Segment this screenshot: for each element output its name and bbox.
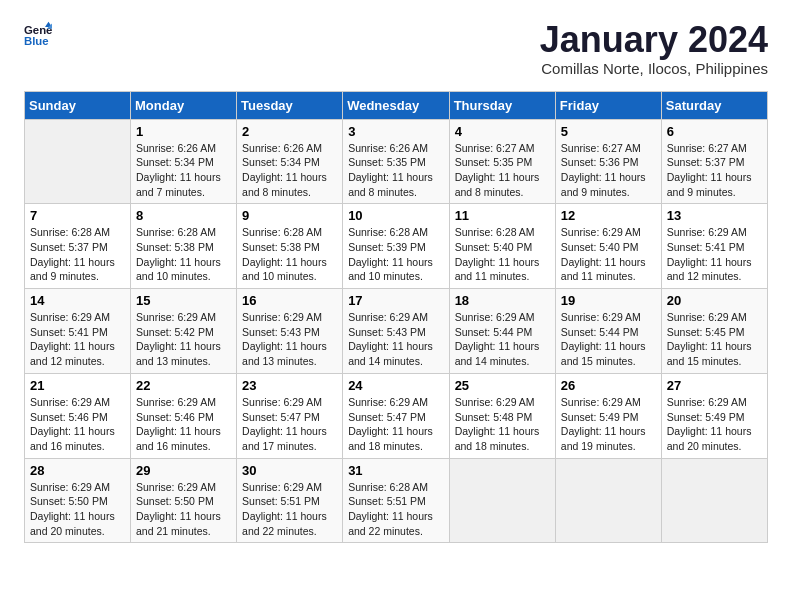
calendar-cell: 25 Sunrise: 6:29 AM Sunset: 5:48 PM Dayl… [449,373,555,458]
day-number: 22 [136,378,231,393]
calendar-cell: 18 Sunrise: 6:29 AM Sunset: 5:44 PM Dayl… [449,289,555,374]
calendar-cell [661,458,767,543]
cell-info: Sunrise: 6:29 AM Sunset: 5:49 PM Dayligh… [561,395,656,454]
calendar-cell: 12 Sunrise: 6:29 AM Sunset: 5:40 PM Dayl… [555,204,661,289]
cell-info: Sunrise: 6:29 AM Sunset: 5:48 PM Dayligh… [455,395,550,454]
calendar-cell: 4 Sunrise: 6:27 AM Sunset: 5:35 PM Dayli… [449,119,555,204]
day-number: 16 [242,293,337,308]
day-number: 17 [348,293,443,308]
day-number: 9 [242,208,337,223]
day-number: 12 [561,208,656,223]
day-number: 7 [30,208,125,223]
cell-info: Sunrise: 6:29 AM Sunset: 5:46 PM Dayligh… [30,395,125,454]
week-row-2: 7 Sunrise: 6:28 AM Sunset: 5:37 PM Dayli… [25,204,768,289]
cell-info: Sunrise: 6:28 AM Sunset: 5:37 PM Dayligh… [30,225,125,284]
day-number: 8 [136,208,231,223]
cell-info: Sunrise: 6:29 AM Sunset: 5:43 PM Dayligh… [242,310,337,369]
day-number: 5 [561,124,656,139]
calendar-title: January 2024 [540,20,768,60]
calendar-cell: 29 Sunrise: 6:29 AM Sunset: 5:50 PM Dayl… [131,458,237,543]
day-number: 28 [30,463,125,478]
day-number: 27 [667,378,762,393]
cell-info: Sunrise: 6:28 AM Sunset: 5:39 PM Dayligh… [348,225,443,284]
cell-info: Sunrise: 6:29 AM Sunset: 5:45 PM Dayligh… [667,310,762,369]
cell-info: Sunrise: 6:29 AM Sunset: 5:44 PM Dayligh… [455,310,550,369]
calendar-cell: 27 Sunrise: 6:29 AM Sunset: 5:49 PM Dayl… [661,373,767,458]
calendar-cell: 5 Sunrise: 6:27 AM Sunset: 5:36 PM Dayli… [555,119,661,204]
day-number: 29 [136,463,231,478]
day-number: 20 [667,293,762,308]
day-number: 1 [136,124,231,139]
cell-info: Sunrise: 6:29 AM Sunset: 5:50 PM Dayligh… [136,480,231,539]
calendar-cell: 6 Sunrise: 6:27 AM Sunset: 5:37 PM Dayli… [661,119,767,204]
calendar-cell: 7 Sunrise: 6:28 AM Sunset: 5:37 PM Dayli… [25,204,131,289]
day-header-saturday: Saturday [661,91,767,119]
cell-info: Sunrise: 6:27 AM Sunset: 5:37 PM Dayligh… [667,141,762,200]
day-number: 31 [348,463,443,478]
calendar-cell: 31 Sunrise: 6:28 AM Sunset: 5:51 PM Dayl… [343,458,449,543]
day-number: 18 [455,293,550,308]
day-number: 14 [30,293,125,308]
calendar-table: SundayMondayTuesdayWednesdayThursdayFrid… [24,91,768,544]
cell-info: Sunrise: 6:29 AM Sunset: 5:51 PM Dayligh… [242,480,337,539]
day-header-tuesday: Tuesday [237,91,343,119]
cell-info: Sunrise: 6:29 AM Sunset: 5:47 PM Dayligh… [348,395,443,454]
cell-info: Sunrise: 6:26 AM Sunset: 5:34 PM Dayligh… [242,141,337,200]
calendar-cell: 23 Sunrise: 6:29 AM Sunset: 5:47 PM Dayl… [237,373,343,458]
cell-info: Sunrise: 6:27 AM Sunset: 5:36 PM Dayligh… [561,141,656,200]
cell-info: Sunrise: 6:26 AM Sunset: 5:34 PM Dayligh… [136,141,231,200]
calendar-cell: 21 Sunrise: 6:29 AM Sunset: 5:46 PM Dayl… [25,373,131,458]
calendar-cell: 16 Sunrise: 6:29 AM Sunset: 5:43 PM Dayl… [237,289,343,374]
calendar-cell: 20 Sunrise: 6:29 AM Sunset: 5:45 PM Dayl… [661,289,767,374]
cell-info: Sunrise: 6:29 AM Sunset: 5:47 PM Dayligh… [242,395,337,454]
calendar-cell: 8 Sunrise: 6:28 AM Sunset: 5:38 PM Dayli… [131,204,237,289]
cell-info: Sunrise: 6:29 AM Sunset: 5:50 PM Dayligh… [30,480,125,539]
day-number: 3 [348,124,443,139]
calendar-cell: 24 Sunrise: 6:29 AM Sunset: 5:47 PM Dayl… [343,373,449,458]
cell-info: Sunrise: 6:28 AM Sunset: 5:51 PM Dayligh… [348,480,443,539]
cell-info: Sunrise: 6:29 AM Sunset: 5:40 PM Dayligh… [561,225,656,284]
calendar-cell: 9 Sunrise: 6:28 AM Sunset: 5:38 PM Dayli… [237,204,343,289]
cell-info: Sunrise: 6:26 AM Sunset: 5:35 PM Dayligh… [348,141,443,200]
logo-icon: General Blue [24,20,52,48]
cell-info: Sunrise: 6:27 AM Sunset: 5:35 PM Dayligh… [455,141,550,200]
logo: General Blue [24,20,52,48]
calendar-cell: 2 Sunrise: 6:26 AM Sunset: 5:34 PM Dayli… [237,119,343,204]
day-number: 19 [561,293,656,308]
calendar-cell: 19 Sunrise: 6:29 AM Sunset: 5:44 PM Dayl… [555,289,661,374]
calendar-cell: 15 Sunrise: 6:29 AM Sunset: 5:42 PM Dayl… [131,289,237,374]
title-area: January 2024 Comillas Norte, Ilocos, Phi… [540,20,768,77]
calendar-cell [25,119,131,204]
day-number: 26 [561,378,656,393]
day-number: 6 [667,124,762,139]
day-header-sunday: Sunday [25,91,131,119]
day-number: 30 [242,463,337,478]
day-number: 10 [348,208,443,223]
day-number: 4 [455,124,550,139]
week-row-5: 28 Sunrise: 6:29 AM Sunset: 5:50 PM Dayl… [25,458,768,543]
cell-info: Sunrise: 6:28 AM Sunset: 5:38 PM Dayligh… [242,225,337,284]
day-number: 13 [667,208,762,223]
calendar-subtitle: Comillas Norte, Ilocos, Philippines [540,60,768,77]
cell-info: Sunrise: 6:29 AM Sunset: 5:43 PM Dayligh… [348,310,443,369]
cell-info: Sunrise: 6:29 AM Sunset: 5:41 PM Dayligh… [667,225,762,284]
day-number: 15 [136,293,231,308]
day-number: 24 [348,378,443,393]
calendar-cell: 1 Sunrise: 6:26 AM Sunset: 5:34 PM Dayli… [131,119,237,204]
week-row-4: 21 Sunrise: 6:29 AM Sunset: 5:46 PM Dayl… [25,373,768,458]
calendar-cell: 17 Sunrise: 6:29 AM Sunset: 5:43 PM Dayl… [343,289,449,374]
calendar-cell: 10 Sunrise: 6:28 AM Sunset: 5:39 PM Dayl… [343,204,449,289]
day-number: 25 [455,378,550,393]
cell-info: Sunrise: 6:29 AM Sunset: 5:46 PM Dayligh… [136,395,231,454]
calendar-cell [555,458,661,543]
cell-info: Sunrise: 6:29 AM Sunset: 5:44 PM Dayligh… [561,310,656,369]
day-number: 21 [30,378,125,393]
calendar-cell: 30 Sunrise: 6:29 AM Sunset: 5:51 PM Dayl… [237,458,343,543]
cell-info: Sunrise: 6:28 AM Sunset: 5:38 PM Dayligh… [136,225,231,284]
header-row: SundayMondayTuesdayWednesdayThursdayFrid… [25,91,768,119]
week-row-3: 14 Sunrise: 6:29 AM Sunset: 5:41 PM Dayl… [25,289,768,374]
calendar-cell: 11 Sunrise: 6:28 AM Sunset: 5:40 PM Dayl… [449,204,555,289]
calendar-cell: 13 Sunrise: 6:29 AM Sunset: 5:41 PM Dayl… [661,204,767,289]
header: General Blue January 2024 Comillas Norte… [24,20,768,77]
calendar-cell [449,458,555,543]
